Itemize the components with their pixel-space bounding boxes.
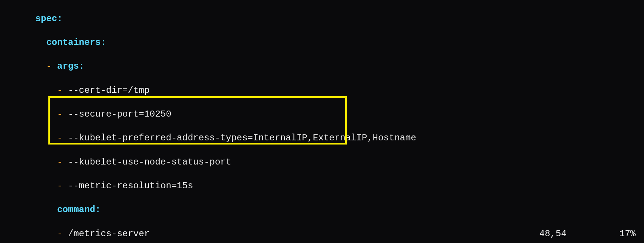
yaml-line-arg-item: - --metric-resolution=15s <box>14 180 644 192</box>
yaml-line-arg-item: - --cert-dir=/tmp <box>14 85 644 97</box>
cursor-position: 48,54 <box>539 228 619 240</box>
yaml-line-spec: spec: <box>14 13 644 25</box>
yaml-line-arg-item: - --kubelet-use-node-status-port <box>14 156 644 168</box>
code-editor-viewport[interactable]: spec: containers: - args: - --cert-dir=/… <box>0 0 644 243</box>
yaml-line-command: command: <box>14 204 644 216</box>
scroll-percent: 17% <box>619 228 644 240</box>
yaml-line-args: - args: <box>14 60 644 72</box>
yaml-line-arg-item: - --kubelet-preferred-address-types=Inte… <box>14 132 644 144</box>
yaml-line-containers: containers: <box>14 37 644 49</box>
vim-status-bar: 48,54 17% <box>539 228 644 240</box>
yaml-line-arg-item: - --secure-port=10250 <box>14 108 644 120</box>
